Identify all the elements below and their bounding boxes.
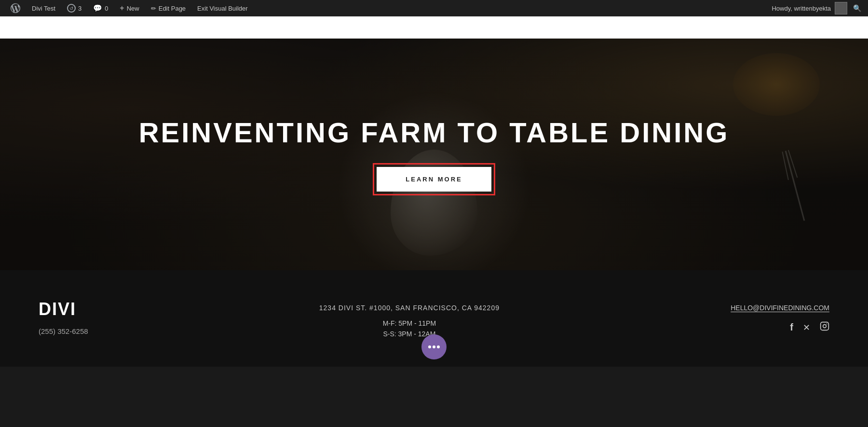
footer-email-link[interactable]: HELLO@DIVIFINEDINING.COM [731,304,829,312]
wp-logo-button[interactable] [5,0,26,16]
plus-icon: + [120,4,124,13]
footer-center: 1234 DIVI ST. #1000, SAN FRANCISCO, CA 9… [319,304,500,338]
sub-bar [0,16,868,39]
hero-cta-wrapper: LEARN MORE [377,167,491,192]
footer-hours: M-F: 5PM - 11PM S-S: 3PM - 12AM [383,319,436,338]
hero-cta-button[interactable]: LEARN MORE [377,167,491,192]
edit-page-label: Edit Page [159,5,186,12]
comments-count: 0 [105,5,108,12]
wordpress-icon [11,3,20,13]
divi-dots-button[interactable] [421,334,447,359]
new-button[interactable]: + New [114,0,145,16]
twitter-x-icon[interactable]: ✕ [803,322,810,333]
revisions-icon: ↺ [67,4,76,13]
adminbar-left: Divi Test ↺ 3 💬 0 + New ✏ Edit Page Exit… [5,0,772,16]
site-name-button[interactable]: Divi Test [26,0,61,16]
comments-button[interactable]: 💬 0 [87,0,114,16]
facebook-icon[interactable]: f [790,322,793,333]
user-avatar [835,2,847,14]
search-icon-button[interactable]: 🔍 [851,2,863,14]
hero-section: REINVENTING FARM TO TABLE DINING LEARN M… [0,39,868,270]
dot-2 [433,345,435,348]
svg-point-1 [823,325,827,328]
hero-title: REINVENTING FARM TO TABLE DINING [139,117,730,148]
dot-1 [428,345,431,348]
hero-content: REINVENTING FARM TO TABLE DINING LEARN M… [0,39,868,270]
edit-icon: ✏ [151,5,156,12]
svg-rect-0 [821,322,829,331]
new-label: New [127,5,139,12]
instagram-icon[interactable] [820,321,829,333]
admin-bar: Divi Test ↺ 3 💬 0 + New ✏ Edit Page Exit… [0,0,868,16]
footer-left: DIVI (255) 352-6258 [39,299,88,335]
footer-hours-weekday: M-F: 5PM - 11PM [383,319,436,327]
comments-icon: 💬 [93,4,102,13]
footer-address: 1234 DIVI ST. #1000, SAN FRANCISCO, CA 9… [319,304,500,312]
svg-point-2 [827,324,827,325]
dot-3 [437,345,440,348]
footer-logo: DIVI [39,299,88,319]
exit-vb-button[interactable]: Exit Visual Builder [191,0,254,16]
howdy-text: Howdy, writtenbyekta [772,5,831,12]
edit-page-button[interactable]: ✏ Edit Page [145,0,191,16]
footer-social-links: f ✕ [790,321,829,333]
revisions-button[interactable]: ↺ 3 [61,0,87,16]
footer-phone: (255) 352-6258 [39,327,88,335]
site-name-label: Divi Test [32,5,55,12]
revisions-count: 3 [78,5,81,12]
exit-vb-label: Exit Visual Builder [197,5,248,12]
adminbar-right: Howdy, writtenbyekta 🔍 [772,2,863,14]
footer-right: HELLO@DIVIFINEDINING.COM f ✕ [731,304,829,333]
